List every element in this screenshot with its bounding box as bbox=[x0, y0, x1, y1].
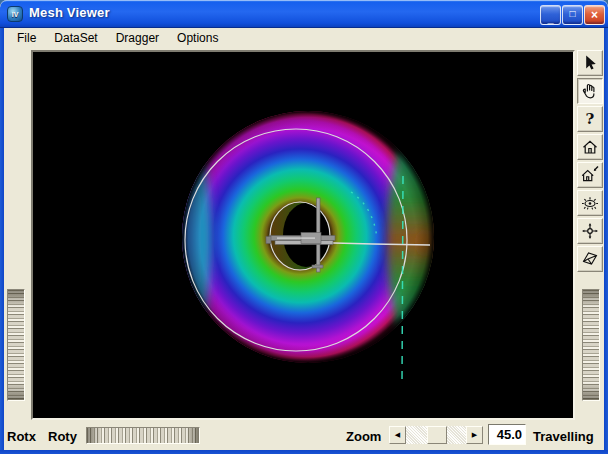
question-mark-icon: ? bbox=[586, 112, 595, 127]
torus-scene bbox=[33, 52, 573, 418]
roty-thumbwheel[interactable] bbox=[86, 427, 200, 444]
set-home-view-button[interactable] bbox=[577, 162, 603, 188]
pick-mode-button[interactable] bbox=[577, 50, 603, 76]
maximize-button[interactable]: □ bbox=[562, 5, 583, 25]
menu-file[interactable]: File bbox=[8, 29, 45, 48]
zoom-scrollbar[interactable]: ◀ ▶ bbox=[389, 426, 483, 444]
rotx-label: Rotx bbox=[7, 429, 36, 444]
view-mode-button[interactable] bbox=[577, 78, 603, 104]
titlebar[interactable]: IV Mesh Viewer _ □ × bbox=[0, 0, 608, 28]
menu-options[interactable]: Options bbox=[168, 29, 227, 48]
zoom-scroll-thumb[interactable] bbox=[427, 426, 447, 444]
perspective-frustum-icon bbox=[580, 249, 600, 269]
right-arrow-icon: ▶ bbox=[472, 431, 477, 439]
view-all-button[interactable] bbox=[577, 190, 603, 216]
menubar: File DataSet Dragger Options bbox=[4, 28, 604, 48]
zoom-scroll-track[interactable] bbox=[406, 426, 466, 444]
seek-button[interactable] bbox=[577, 218, 603, 244]
dolly-thumbwheel[interactable] bbox=[582, 289, 600, 401]
home-icon bbox=[580, 137, 600, 157]
home-view-button[interactable] bbox=[577, 134, 603, 160]
zoom-scroll-left-button[interactable]: ◀ bbox=[389, 426, 406, 444]
menu-dragger[interactable]: Dragger bbox=[107, 29, 168, 48]
zoom-scroll-right-button[interactable]: ▶ bbox=[466, 426, 483, 444]
zoom-label: Zoom bbox=[346, 429, 381, 444]
eye-starburst-icon bbox=[580, 193, 600, 213]
left-arrow-icon: ◀ bbox=[395, 431, 400, 439]
window-border-bottom bbox=[0, 450, 608, 454]
render-viewport[interactable] bbox=[31, 50, 575, 420]
camera-type-button[interactable] bbox=[577, 246, 603, 272]
app-icon: IV bbox=[7, 6, 23, 22]
mode-label: Travelling bbox=[533, 429, 594, 444]
close-button[interactable]: × bbox=[584, 5, 605, 25]
minimize-button[interactable]: _ bbox=[540, 5, 561, 25]
window-border-left bbox=[0, 28, 4, 450]
window-title: Mesh Viewer bbox=[29, 5, 110, 20]
help-button[interactable]: ? bbox=[577, 106, 603, 132]
rotx-thumbwheel[interactable] bbox=[7, 289, 25, 401]
zoom-value-field[interactable] bbox=[488, 424, 526, 445]
seek-crosshair-icon bbox=[580, 221, 600, 241]
menu-dataset[interactable]: DataSet bbox=[45, 29, 106, 48]
pan-hand-icon bbox=[580, 81, 600, 101]
home-with-arrow-icon bbox=[580, 165, 600, 185]
pointer-arrow-icon bbox=[580, 53, 600, 73]
mesh-viewer-window: IV Mesh Viewer _ □ × File DataSet Dragge… bbox=[0, 0, 608, 454]
roty-label: Roty bbox=[48, 429, 77, 444]
window-border-right bbox=[604, 28, 608, 450]
